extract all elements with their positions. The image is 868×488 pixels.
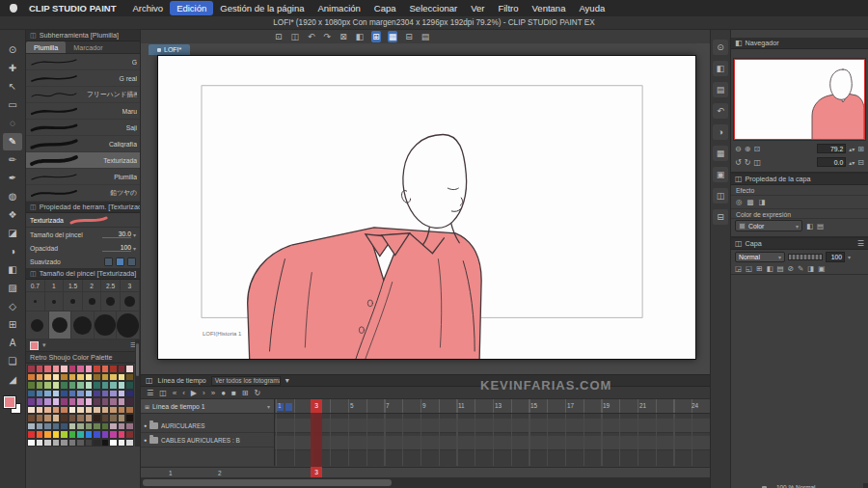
color-swatch[interactable] xyxy=(52,373,61,382)
brush-item[interactable]: G real xyxy=(26,70,140,87)
size-preset[interactable]: 2 xyxy=(83,280,102,291)
color-swatch[interactable] xyxy=(43,439,52,447)
layer-opacity-value[interactable]: 100 xyxy=(826,252,845,262)
size-preset[interactable]: 1 xyxy=(45,280,65,291)
balloon-tool-icon[interactable]: ❏ xyxy=(3,353,22,370)
color-swatch[interactable] xyxy=(85,397,94,406)
menu-filtro[interactable]: Filtro xyxy=(491,1,525,15)
app-name[interactable]: CLIP STUDIO PAINT xyxy=(29,3,116,14)
color-swatch[interactable] xyxy=(76,381,85,390)
palette-scrollbar[interactable] xyxy=(135,339,140,447)
color-swatch[interactable] xyxy=(52,439,61,447)
timeline-ruler[interactable]: 1 5 7 9 11 13 15 17 19 21 24 xyxy=(275,399,710,414)
opacity-value[interactable]: 100 xyxy=(102,244,131,252)
reset-view-icon[interactable]: ⊟ xyxy=(857,158,864,167)
color-swatch[interactable] xyxy=(36,390,44,398)
color-swatch[interactable] xyxy=(36,397,44,406)
timeline-menu-icon[interactable]: ☰ xyxy=(147,389,153,397)
color-swatch[interactable] xyxy=(85,390,94,398)
playhead-frame[interactable]: 3 xyxy=(311,399,322,413)
color-swatch[interactable] xyxy=(125,422,134,431)
lasso-tool-icon[interactable]: ◌ xyxy=(3,115,22,132)
color-swatch[interactable] xyxy=(60,422,68,431)
color-swatch[interactable] xyxy=(36,430,44,439)
color-swatch[interactable] xyxy=(52,430,61,439)
fill-icon[interactable]: ◧ xyxy=(355,31,366,42)
expression-color-dropdown[interactable]: Color ▾ xyxy=(735,220,802,231)
brush-item[interactable]: Maru xyxy=(26,103,140,120)
color-swatch[interactable] xyxy=(109,414,118,422)
color-swatch[interactable] xyxy=(85,406,94,415)
color-swatch[interactable] xyxy=(27,414,36,422)
color-swatch[interactable] xyxy=(118,373,126,382)
menu-seleccionar[interactable]: Seleccionar xyxy=(403,1,465,15)
color-swatch[interactable] xyxy=(60,439,68,447)
chevron-down-icon[interactable]: ▾ xyxy=(133,245,136,252)
color-swatch[interactable] xyxy=(109,373,118,382)
color-swatch[interactable] xyxy=(93,365,101,373)
color-swatch[interactable] xyxy=(85,373,94,382)
color-swatch[interactable] xyxy=(101,439,110,447)
expression-option-icon[interactable]: ▤ xyxy=(817,222,824,230)
color-swatch[interactable] xyxy=(60,381,68,390)
color-swatch[interactable] xyxy=(125,373,134,382)
zoom-in-icon[interactable]: ⊕ xyxy=(745,145,751,153)
text-tool-icon[interactable]: A xyxy=(3,335,22,352)
color-swatch[interactable] xyxy=(68,439,77,447)
size-dot[interactable] xyxy=(26,292,45,311)
selection-tool-icon[interactable]: ▭ xyxy=(3,96,22,114)
redo-icon[interactable]: ↷ xyxy=(323,31,333,42)
material-panel-icon[interactable]: ▣ xyxy=(713,167,728,182)
brush-size-value[interactable]: 30.0 xyxy=(102,230,131,238)
tool-property-header[interactable]: ◫ Propiedad de herram. [Texturizada] xyxy=(26,202,140,213)
color-swatch[interactable] xyxy=(60,406,68,415)
color-swatch[interactable] xyxy=(101,406,110,415)
palette-menu-icon[interactable]: ▾ xyxy=(42,341,46,349)
color-swatch[interactable] xyxy=(109,397,118,406)
transfer-icon[interactable]: ⊘ xyxy=(788,264,794,273)
color-swatch[interactable] xyxy=(27,373,36,382)
timeline-panel-icon[interactable]: ⊟ xyxy=(713,209,728,225)
layers-scrollbar[interactable] xyxy=(863,483,868,488)
color-swatch[interactable] xyxy=(68,406,77,415)
color-swatch[interactable] xyxy=(60,414,68,422)
size-dot[interactable] xyxy=(121,292,140,311)
color-swatch[interactable] xyxy=(93,381,101,390)
layer-row[interactable]: ●▸ 100 % Normal6 xyxy=(731,483,863,488)
play-icon[interactable]: ▶ xyxy=(191,389,197,397)
eyedropper-tool-icon[interactable]: ◢ xyxy=(3,371,22,389)
size-preset[interactable]: 1.5 xyxy=(64,280,83,291)
menu-ventana[interactable]: Ventana xyxy=(526,1,573,15)
color-swatch[interactable] xyxy=(27,406,36,415)
layers-header[interactable]: ◫ Capa ☰ xyxy=(731,238,868,250)
brush-item[interactable]: フリーハンド描画 xyxy=(26,87,140,103)
loop-icon[interactable]: ↻ xyxy=(255,389,261,397)
history-panel-icon[interactable]: ↶ xyxy=(713,103,728,119)
navigator-header[interactable]: ◧ Navegador xyxy=(731,38,868,49)
color-swatch[interactable] xyxy=(36,439,44,447)
color-swatch[interactable] xyxy=(27,381,36,390)
gradient-tool-icon[interactable]: ▨ xyxy=(3,280,22,297)
layer-panel-icon[interactable]: ◫ xyxy=(713,188,728,203)
layer-color-effect-icon[interactable]: ◨ xyxy=(759,198,766,206)
color-swatch[interactable] xyxy=(68,397,77,406)
color-swatch[interactable] xyxy=(93,373,101,382)
rotate-value[interactable]: 0.0 xyxy=(817,157,846,167)
size-dot-selected[interactable] xyxy=(49,312,72,339)
actual-size-icon[interactable]: ⊞ xyxy=(857,145,864,153)
clip-marker[interactable] xyxy=(285,403,292,411)
timeline-name-row[interactable]: ⊞ Línea de tiempo 1 ▾ xyxy=(141,399,274,414)
color-swatch[interactable] xyxy=(101,422,110,431)
blend-tool-icon[interactable]: ◑ xyxy=(3,243,22,260)
color-swatch[interactable] xyxy=(93,390,101,398)
color-swatch[interactable] xyxy=(125,406,134,415)
brush-item-selected[interactable]: Texturizada xyxy=(26,152,140,169)
color-swatch[interactable] xyxy=(36,406,44,415)
rotate-right-icon[interactable]: ↻ xyxy=(745,158,751,167)
color-swatch[interactable] xyxy=(76,439,85,447)
quick-access-panel-icon[interactable]: ⊙ xyxy=(713,40,728,55)
color-swatch[interactable] xyxy=(76,422,85,431)
ruler-icon[interactable]: ⊟ xyxy=(404,31,414,42)
merge-icon[interactable]: ✎ xyxy=(798,264,803,273)
size-dot[interactable] xyxy=(26,312,49,339)
